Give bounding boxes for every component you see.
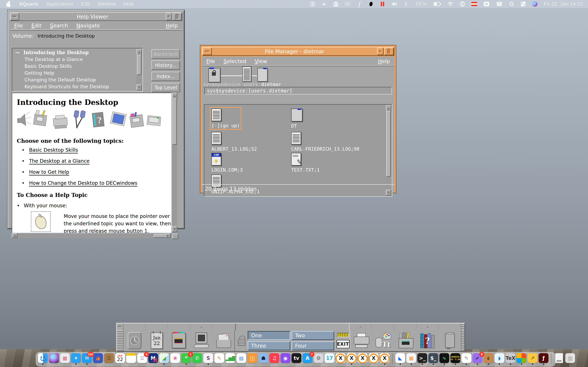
file-item-carl-friedrich-13-log-98[interactable]: CARL-FRIEDRICH_13.LOG;98 bbox=[291, 132, 359, 152]
current-folder-icon[interactable] bbox=[257, 68, 268, 82]
dock-activity-monitor[interactable]: ∿ bbox=[439, 353, 450, 365]
battery-icon[interactable] bbox=[433, 0, 441, 8]
topic-link[interactable]: Basic Desktop Skills bbox=[29, 147, 78, 153]
dock-siri[interactable] bbox=[49, 353, 59, 365]
content-vscrollbar[interactable]: ▲ ▼ bbox=[172, 93, 177, 232]
subpanel-trash[interactable] bbox=[439, 324, 461, 330]
dock-photos[interactable]: ❀ bbox=[170, 353, 181, 365]
user-icon[interactable] bbox=[460, 0, 465, 8]
subpanel-terminal-arrow[interactable]: ▲ bbox=[190, 324, 213, 330]
menu-help[interactable]: Help bbox=[378, 58, 390, 64]
scroll-right-icon[interactable]: ▶ bbox=[165, 234, 171, 238]
dock-messages[interactable]: 1❝ bbox=[181, 353, 191, 365]
scrollbar-thumb[interactable] bbox=[137, 55, 141, 75]
dock-trash[interactable]: ▥ bbox=[565, 353, 575, 365]
panel-application-manager[interactable] bbox=[394, 330, 417, 351]
path-field[interactable]: sys$sysdevice:[users.dietmar] bbox=[204, 87, 392, 95]
topic-link[interactable]: How to Change the Desktop to DECwindows bbox=[29, 180, 137, 186]
dock-kindle[interactable]: ☗ bbox=[258, 353, 269, 365]
windows-dim-icon[interactable] bbox=[345, 0, 351, 8]
panel-clock[interactable] bbox=[123, 330, 146, 351]
wifi-icon[interactable] bbox=[448, 0, 453, 8]
apple-menu-icon[interactable] bbox=[6, 1, 11, 7]
scrollbar-thumb[interactable] bbox=[386, 111, 391, 177]
restore-button[interactable] bbox=[166, 13, 172, 20]
bank-icon[interactable] bbox=[333, 0, 339, 8]
dock-system-preferences[interactable]: ⚙ bbox=[313, 353, 324, 365]
subpanel-mail[interactable] bbox=[213, 324, 235, 330]
dock-launchpad[interactable]: ▦ bbox=[60, 353, 70, 365]
topic-tree-item[interactable]: Basic Desktop Skills bbox=[13, 63, 136, 70]
workspace-two-button[interactable]: Two bbox=[292, 331, 334, 340]
dock-app-store[interactable]: 7A bbox=[302, 353, 313, 365]
dock-emacs[interactable]: ε bbox=[483, 353, 494, 365]
panel-handle-left[interactable] bbox=[117, 330, 123, 351]
minimize-button[interactable] bbox=[202, 48, 212, 55]
file-item-go-up[interactable]: [-](go up) bbox=[211, 108, 240, 128]
backtrack-button[interactable]: Backtrack bbox=[151, 49, 180, 59]
resize-corner[interactable] bbox=[172, 234, 178, 239]
top-level-button[interactable]: Top Level bbox=[151, 83, 180, 92]
dock-xquartz-5[interactable]: X bbox=[379, 353, 390, 365]
scroll-down-icon[interactable]: ▼ bbox=[137, 84, 142, 90]
workspace-one-button[interactable]: One bbox=[248, 331, 290, 340]
menu-help[interactable]: Help bbox=[166, 23, 178, 29]
dock-pdf-document[interactable]: PDF bbox=[554, 353, 564, 365]
dock-xquartz-1[interactable]: X bbox=[335, 353, 346, 365]
file-item-dt[interactable]: DT bbox=[291, 108, 303, 129]
panel-minimize-button[interactable] bbox=[117, 324, 123, 330]
content-hscrollbar[interactable]: ◀ ▶ bbox=[12, 234, 171, 238]
panel-terminal[interactable] bbox=[190, 330, 212, 351]
history-button[interactable]: History... bbox=[151, 60, 180, 70]
dock-mail[interactable]: 110✉ bbox=[82, 353, 92, 365]
topic-link[interactable]: How to Get Help bbox=[29, 169, 69, 175]
topic-link[interactable]: The Desktop at a Glance bbox=[29, 158, 89, 164]
circle-slash-icon[interactable] bbox=[310, 0, 315, 8]
subpanel-help-arrow[interactable]: ▲ bbox=[416, 324, 439, 330]
scroll-up-icon[interactable]: ▲ bbox=[137, 49, 142, 55]
maximize-button[interactable] bbox=[173, 13, 182, 20]
dock-xquartz-2[interactable]: X bbox=[346, 353, 357, 365]
scroll-up-icon[interactable]: ▲ bbox=[386, 105, 391, 111]
dock-omnifocus[interactable]: 8✔ bbox=[472, 353, 483, 365]
users-directory-icon[interactable] bbox=[242, 67, 251, 82]
scrollbar-thumb[interactable] bbox=[172, 98, 177, 145]
subpanel-files[interactable] bbox=[168, 324, 190, 330]
file-item-login-com-3[interactable]: ☀LOGIN.COM;3 bbox=[211, 153, 243, 173]
workspace-four-button[interactable]: Four bbox=[292, 341, 334, 350]
workspace-three-button[interactable]: Three bbox=[248, 341, 290, 350]
file-item-albert-13-log-52[interactable]: ALBERT_13.LOG;52 bbox=[211, 132, 257, 152]
topic-tree-scrollbar[interactable]: ▲ ▼ bbox=[137, 49, 142, 90]
bluetooth-icon[interactable]: ᛒ bbox=[404, 0, 409, 8]
panel-trash[interactable] bbox=[439, 330, 461, 351]
dock-numbers[interactable]: ▂▅▇ bbox=[225, 353, 235, 365]
bean-icon[interactable] bbox=[368, 0, 374, 8]
phone-icon[interactable]: ☎ bbox=[496, 0, 503, 8]
dock-warning-clock[interactable]: WARNINAY 7:36 bbox=[450, 353, 461, 365]
help-viewer-titlebar[interactable]: Help Viewer bbox=[10, 12, 182, 21]
dock-xquartz-4[interactable]: X bbox=[368, 353, 379, 365]
dock-calculator[interactable]: ▦ bbox=[406, 353, 416, 365]
pause-icon[interactable] bbox=[380, 0, 385, 8]
file-item-test-txt-1[interactable]: ✎TEST.TXT;1 bbox=[291, 153, 320, 173]
menu-xquartz[interactable]: XQuartz bbox=[19, 1, 38, 7]
panel-handle-right[interactable] bbox=[461, 324, 465, 330]
dock-crossover[interactable] bbox=[516, 353, 527, 365]
menu-bar-clock[interactable]: Fri 22. Jan 14:52 bbox=[544, 1, 583, 7]
subpanel-apps[interactable] bbox=[394, 324, 416, 330]
keyboard-icon[interactable] bbox=[484, 0, 490, 8]
dock-pages[interactable]: ✎ bbox=[214, 353, 225, 365]
menu-applications[interactable]: Applications bbox=[46, 1, 73, 7]
panel-printer[interactable] bbox=[350, 330, 372, 351]
topic-tree[interactable]: →Introducing the DesktopThe Desktop at a… bbox=[12, 48, 143, 92]
topic-tree-item[interactable]: →Introducing the Desktop bbox=[13, 49, 136, 56]
dock-keynote[interactable]: ▤ bbox=[236, 353, 247, 365]
panel-help[interactable]: ? bbox=[417, 330, 439, 351]
minimize-button[interactable] bbox=[10, 13, 19, 20]
dock-texshop[interactable]: TeX bbox=[505, 353, 516, 365]
subpanel-style[interactable] bbox=[372, 324, 394, 330]
dock-apple-tv[interactable]: tv bbox=[291, 353, 302, 365]
topic-tree-item[interactable]: Changing the Default Desktop bbox=[13, 76, 136, 83]
lock-icon[interactable] bbox=[238, 335, 245, 346]
dock-notes[interactable] bbox=[126, 353, 136, 365]
